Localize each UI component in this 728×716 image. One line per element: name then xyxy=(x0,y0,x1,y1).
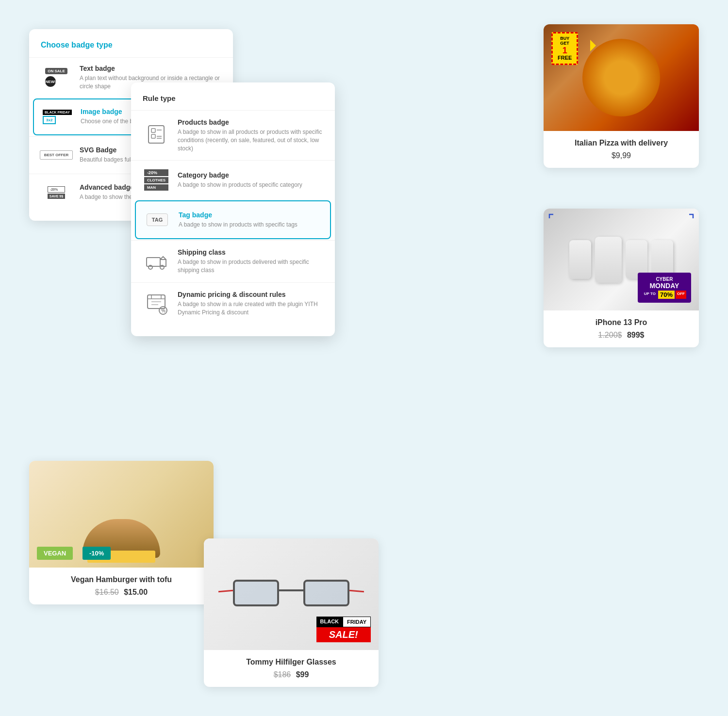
hamburger-sale-price: $15.00 xyxy=(124,588,148,596)
glasses-name: Tommy Hilfilger Glasses xyxy=(212,658,371,667)
svg-rect-0 xyxy=(149,126,164,143)
pizza-price: $9,99 xyxy=(551,151,691,160)
phone-shape-1 xyxy=(569,240,591,279)
rule-item-tag[interactable]: TAG Tag badge A badge to show in product… xyxy=(135,200,331,239)
discount-badge: -10% xyxy=(83,547,111,560)
dynamic-pricing-icon: % xyxy=(143,292,170,315)
advanced-badge-icon: -20% SAVE 9$ xyxy=(41,181,72,204)
badge-item-image-desc: Choose one of the b xyxy=(81,117,133,126)
pizza-image: BUYGET 1 FREE xyxy=(544,24,699,131)
glasses-info: Tommy Hilfilger Glasses $186 $99 xyxy=(204,650,379,687)
products-badge-icon xyxy=(143,124,170,147)
hamburger-image: VEGAN -10% xyxy=(29,461,214,568)
svg-text:%: % xyxy=(161,308,165,313)
glasses-product-card: BLACK FRIDAY SALE! Tommy Hilfilger Glass… xyxy=(204,538,379,687)
rule-item-category[interactable]: -20% CLOTHES MAN Category badge A badge … xyxy=(131,160,335,199)
iphone-image: CYBER MONDAY UP TO 70% OFF xyxy=(544,209,699,310)
glasses-shape xyxy=(233,575,349,614)
rule-item-products-desc: A badge to show in all products or produ… xyxy=(178,128,323,152)
badge-item-svg-desc: Beautiful badges fully xyxy=(80,156,135,164)
cyber-monday-badge: CYBER MONDAY UP TO 70% OFF xyxy=(638,273,691,303)
hamburger-name: Vegan Hamburger with tofu xyxy=(37,575,206,584)
hamburger-product-card: VEGAN -10% Vegan Hamburger with tofu $16… xyxy=(29,461,214,604)
badge-type-panel-title: Choose badge type xyxy=(29,41,233,57)
glasses-image: BLACK FRIDAY SALE! xyxy=(204,538,379,650)
svg-rect-2 xyxy=(151,134,155,138)
svg-rect-1 xyxy=(151,129,155,132)
shipping-class-icon xyxy=(143,250,170,273)
scene: Choose badge type ON SALE NEW! Text badg… xyxy=(0,0,728,716)
badge-item-svg-name: SVG Badge xyxy=(80,146,135,154)
rule-type-panel: Rule type Products badge A badge to show… xyxy=(131,82,335,336)
svg-badge-icon: BEST OFFER xyxy=(41,144,72,167)
glasses-arm-right xyxy=(349,590,364,593)
rule-item-products-name: Products badge xyxy=(178,118,323,126)
iphone-sale-price: 899$ xyxy=(627,331,645,339)
rule-item-category-desc: A badge to show in products of specific … xyxy=(178,181,302,189)
rule-item-tag-name: Tag badge xyxy=(179,211,298,219)
rule-item-category-name: Category badge xyxy=(178,171,302,179)
vegan-badge: VEGAN xyxy=(37,547,73,560)
glasses-frame-right xyxy=(303,580,349,606)
glasses-bridge xyxy=(279,589,303,591)
buy-get-arrow xyxy=(590,40,596,51)
rule-item-dynamic-desc: A badge to show in a rule created with t… xyxy=(178,300,323,317)
text-badge-icon: ON SALE NEW! xyxy=(41,66,72,89)
pizza-name: Italian Pizza with delivery xyxy=(551,139,691,147)
hamburger-info: Vegan Hamburger with tofu $16.50 $15.00 xyxy=(29,568,214,604)
phone-shape-main xyxy=(595,237,622,283)
image-badge-icon: BLACK FRIDAY 3x2 xyxy=(42,105,73,129)
hamburger-original-price: $16.50 xyxy=(95,588,119,596)
pizza-info: Italian Pizza with delivery $9,99 xyxy=(544,131,699,168)
glasses-original-price: $186 xyxy=(274,670,291,679)
glasses-price: $186 $99 xyxy=(212,670,371,679)
rule-type-panel-title: Rule type xyxy=(131,94,335,110)
tag-badge-icon: TAG xyxy=(144,208,171,231)
iphone-name: iPhone 13 Pro xyxy=(551,318,691,327)
category-badge-icon: -20% CLOTHES MAN xyxy=(143,168,170,192)
hamburger-price: $16.50 $15.00 xyxy=(37,588,206,597)
rule-item-tag-desc: A badge to show in products with specifi… xyxy=(179,221,298,229)
iphone-info: iPhone 13 Pro 1.200$ 899$ xyxy=(544,310,699,347)
rule-item-shipping-name: Shipping class xyxy=(178,248,323,256)
iphone-original-price: 1.200$ xyxy=(598,331,622,339)
buy-get-badge: BUYGET 1 FREE xyxy=(551,32,578,65)
rule-item-dynamic[interactable]: % Dynamic pricing & discount rules A bad… xyxy=(131,282,335,325)
iphone-price: 1.200$ 899$ xyxy=(551,331,691,340)
glasses-frame-left xyxy=(233,580,279,606)
rule-item-dynamic-name: Dynamic pricing & discount rules xyxy=(178,291,323,298)
rule-item-shipping[interactable]: Shipping class A badge to show in produc… xyxy=(131,240,335,282)
badge-item-text-name: Text badge xyxy=(80,65,221,72)
rule-item-shipping-desc: A badge to show in products delivered wi… xyxy=(178,258,323,275)
svg-rect-6 xyxy=(147,258,160,266)
glasses-sale-price: $99 xyxy=(296,670,309,679)
pizza-product-card: BUYGET 1 FREE Italian Pizza with deliver… xyxy=(544,24,699,168)
iphone-product-card: CYBER MONDAY UP TO 70% OFF iPhone 13 Pro… xyxy=(544,209,699,347)
glasses-arm-left xyxy=(218,590,233,593)
corner-arrow-tl xyxy=(547,212,555,220)
rule-item-products[interactable]: Products badge A badge to show in all pr… xyxy=(131,110,335,160)
badge-item-image-name: Image badge xyxy=(81,108,133,115)
black-friday-badge: BLACK FRIDAY SALE! xyxy=(316,617,371,642)
corner-arrow-tr xyxy=(687,212,695,220)
